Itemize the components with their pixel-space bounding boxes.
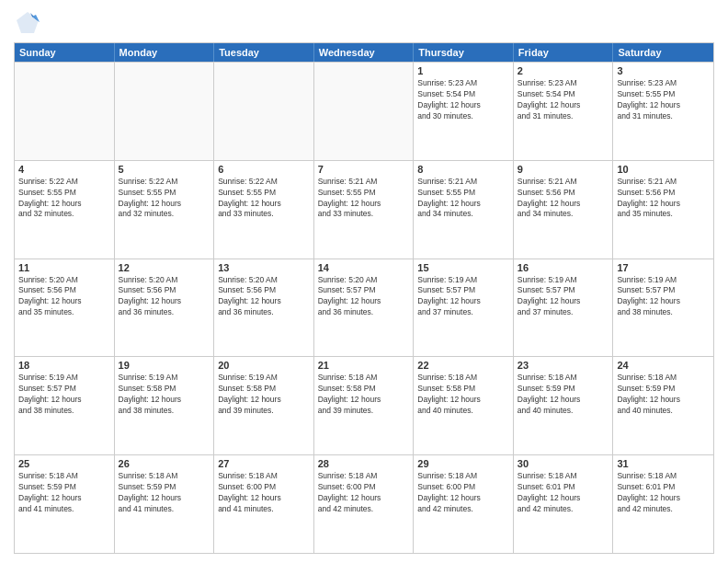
day-info: Sunrise: 5:21 AM Sunset: 5:55 PM Dayligh… xyxy=(318,177,410,221)
day-number: 26 xyxy=(119,458,210,469)
day-number: 17 xyxy=(617,262,710,273)
day-info: Sunrise: 5:18 AM Sunset: 5:58 PM Dayligh… xyxy=(417,373,509,417)
day-cell-9: 9Sunrise: 5:21 AM Sunset: 5:56 PM Daylig… xyxy=(514,161,614,259)
day-cell-31: 31Sunrise: 5:18 AM Sunset: 6:01 PM Dayli… xyxy=(613,455,713,553)
day-cell-29: 29Sunrise: 5:18 AM Sunset: 6:00 PM Dayli… xyxy=(414,455,514,553)
day-info: Sunrise: 5:22 AM Sunset: 5:55 PM Dayligh… xyxy=(218,177,310,221)
day-number: 25 xyxy=(18,458,110,469)
day-info: Sunrise: 5:18 AM Sunset: 5:59 PM Dayligh… xyxy=(18,471,110,515)
day-number: 21 xyxy=(318,360,410,371)
day-info: Sunrise: 5:23 AM Sunset: 5:55 PM Dayligh… xyxy=(617,78,710,122)
day-number: 22 xyxy=(417,360,509,371)
day-number: 24 xyxy=(617,360,710,371)
week-row-3: 11Sunrise: 5:20 AM Sunset: 5:56 PM Dayli… xyxy=(15,259,713,357)
day-number: 9 xyxy=(518,164,609,175)
day-cell-27: 27Sunrise: 5:18 AM Sunset: 6:00 PM Dayli… xyxy=(214,455,314,553)
header-day-friday: Friday xyxy=(514,43,614,62)
day-info: Sunrise: 5:22 AM Sunset: 5:55 PM Dayligh… xyxy=(119,177,210,221)
calendar-header: SundayMondayTuesdayWednesdayThursdayFrid… xyxy=(15,43,713,62)
day-info: Sunrise: 5:20 AM Sunset: 5:56 PM Dayligh… xyxy=(18,275,110,319)
day-cell-15: 15Sunrise: 5:19 AM Sunset: 5:57 PM Dayli… xyxy=(414,259,514,357)
day-number: 8 xyxy=(417,164,509,175)
day-cell-5: 5Sunrise: 5:22 AM Sunset: 5:55 PM Daylig… xyxy=(115,161,215,259)
day-info: Sunrise: 5:18 AM Sunset: 6:00 PM Dayligh… xyxy=(218,471,310,515)
day-number: 27 xyxy=(218,458,310,469)
day-info: Sunrise: 5:19 AM Sunset: 5:57 PM Dayligh… xyxy=(617,275,710,319)
day-number: 23 xyxy=(518,360,609,371)
day-cell-12: 12Sunrise: 5:20 AM Sunset: 5:56 PM Dayli… xyxy=(115,259,215,357)
day-number: 3 xyxy=(617,65,710,76)
calendar-body: 1Sunrise: 5:23 AM Sunset: 5:54 PM Daylig… xyxy=(15,62,713,553)
day-number: 28 xyxy=(318,458,410,469)
day-number: 4 xyxy=(18,164,110,175)
empty-cell xyxy=(214,63,314,160)
day-number: 11 xyxy=(18,262,110,273)
week-row-4: 18Sunrise: 5:19 AM Sunset: 5:57 PM Dayli… xyxy=(15,356,713,454)
day-number: 16 xyxy=(518,262,609,273)
header-day-sunday: Sunday xyxy=(15,43,115,62)
day-number: 20 xyxy=(218,360,310,371)
empty-cell xyxy=(115,63,215,160)
day-info: Sunrise: 5:21 AM Sunset: 5:55 PM Dayligh… xyxy=(417,177,509,221)
day-info: Sunrise: 5:23 AM Sunset: 5:54 PM Dayligh… xyxy=(417,78,509,122)
day-info: Sunrise: 5:20 AM Sunset: 5:56 PM Dayligh… xyxy=(218,275,310,319)
day-number: 14 xyxy=(318,262,410,273)
day-number: 12 xyxy=(119,262,210,273)
empty-cell xyxy=(314,63,415,160)
day-number: 2 xyxy=(518,65,609,76)
day-cell-23: 23Sunrise: 5:18 AM Sunset: 5:59 PM Dayli… xyxy=(514,357,614,454)
day-number: 5 xyxy=(119,164,210,175)
day-cell-13: 13Sunrise: 5:20 AM Sunset: 5:56 PM Dayli… xyxy=(214,259,314,357)
day-info: Sunrise: 5:18 AM Sunset: 6:00 PM Dayligh… xyxy=(318,471,410,515)
week-row-1: 1Sunrise: 5:23 AM Sunset: 5:54 PM Daylig… xyxy=(15,62,713,160)
day-number: 18 xyxy=(18,360,110,371)
header-day-wednesday: Wednesday xyxy=(314,43,415,62)
day-cell-26: 26Sunrise: 5:18 AM Sunset: 5:59 PM Dayli… xyxy=(115,455,215,553)
day-cell-2: 2Sunrise: 5:23 AM Sunset: 5:54 PM Daylig… xyxy=(514,63,614,160)
day-number: 15 xyxy=(417,262,509,273)
calendar: SundayMondayTuesdayWednesdayThursdayFrid… xyxy=(14,42,714,554)
day-cell-11: 11Sunrise: 5:20 AM Sunset: 5:56 PM Dayli… xyxy=(15,259,115,357)
day-cell-16: 16Sunrise: 5:19 AM Sunset: 5:57 PM Dayli… xyxy=(514,259,614,357)
day-cell-25: 25Sunrise: 5:18 AM Sunset: 5:59 PM Dayli… xyxy=(15,455,115,553)
week-row-5: 25Sunrise: 5:18 AM Sunset: 5:59 PM Dayli… xyxy=(15,454,713,553)
logo xyxy=(14,9,45,37)
day-number: 13 xyxy=(218,262,310,273)
day-cell-21: 21Sunrise: 5:18 AM Sunset: 5:58 PM Dayli… xyxy=(314,357,415,454)
logo-icon xyxy=(14,9,41,37)
day-cell-1: 1Sunrise: 5:23 AM Sunset: 5:54 PM Daylig… xyxy=(414,63,514,160)
day-info: Sunrise: 5:18 AM Sunset: 5:59 PM Dayligh… xyxy=(617,373,710,417)
header-day-saturday: Saturday xyxy=(613,43,713,62)
page: SundayMondayTuesdayWednesdayThursdayFrid… xyxy=(0,0,728,563)
day-cell-22: 22Sunrise: 5:18 AM Sunset: 5:58 PM Dayli… xyxy=(414,357,514,454)
day-info: Sunrise: 5:18 AM Sunset: 6:01 PM Dayligh… xyxy=(617,471,710,515)
day-info: Sunrise: 5:20 AM Sunset: 5:57 PM Dayligh… xyxy=(318,275,410,319)
day-cell-6: 6Sunrise: 5:22 AM Sunset: 5:55 PM Daylig… xyxy=(214,161,314,259)
day-number: 1 xyxy=(417,65,509,76)
day-info: Sunrise: 5:19 AM Sunset: 5:57 PM Dayligh… xyxy=(518,275,609,319)
day-cell-3: 3Sunrise: 5:23 AM Sunset: 5:55 PM Daylig… xyxy=(613,63,713,160)
day-number: 29 xyxy=(417,458,509,469)
day-info: Sunrise: 5:18 AM Sunset: 5:58 PM Dayligh… xyxy=(318,373,410,417)
day-info: Sunrise: 5:19 AM Sunset: 5:58 PM Dayligh… xyxy=(119,373,210,417)
day-info: Sunrise: 5:23 AM Sunset: 5:54 PM Dayligh… xyxy=(518,78,609,122)
day-info: Sunrise: 5:18 AM Sunset: 5:59 PM Dayligh… xyxy=(518,373,609,417)
day-cell-19: 19Sunrise: 5:19 AM Sunset: 5:58 PM Dayli… xyxy=(115,357,215,454)
day-cell-8: 8Sunrise: 5:21 AM Sunset: 5:55 PM Daylig… xyxy=(414,161,514,259)
day-cell-17: 17Sunrise: 5:19 AM Sunset: 5:57 PM Dayli… xyxy=(613,259,713,357)
day-number: 19 xyxy=(119,360,210,371)
day-cell-30: 30Sunrise: 5:18 AM Sunset: 6:01 PM Dayli… xyxy=(514,455,614,553)
day-info: Sunrise: 5:18 AM Sunset: 5:59 PM Dayligh… xyxy=(119,471,210,515)
day-number: 6 xyxy=(218,164,310,175)
week-row-2: 4Sunrise: 5:22 AM Sunset: 5:55 PM Daylig… xyxy=(15,160,713,259)
header-day-monday: Monday xyxy=(115,43,215,62)
day-number: 30 xyxy=(518,458,609,469)
day-info: Sunrise: 5:21 AM Sunset: 5:56 PM Dayligh… xyxy=(617,177,710,221)
day-info: Sunrise: 5:21 AM Sunset: 5:56 PM Dayligh… xyxy=(518,177,609,221)
header-day-thursday: Thursday xyxy=(414,43,514,62)
day-info: Sunrise: 5:18 AM Sunset: 6:00 PM Dayligh… xyxy=(417,471,509,515)
day-info: Sunrise: 5:19 AM Sunset: 5:57 PM Dayligh… xyxy=(18,373,110,417)
day-info: Sunrise: 5:18 AM Sunset: 6:01 PM Dayligh… xyxy=(518,471,609,515)
day-info: Sunrise: 5:22 AM Sunset: 5:55 PM Dayligh… xyxy=(18,177,110,221)
header-day-tuesday: Tuesday xyxy=(214,43,314,62)
